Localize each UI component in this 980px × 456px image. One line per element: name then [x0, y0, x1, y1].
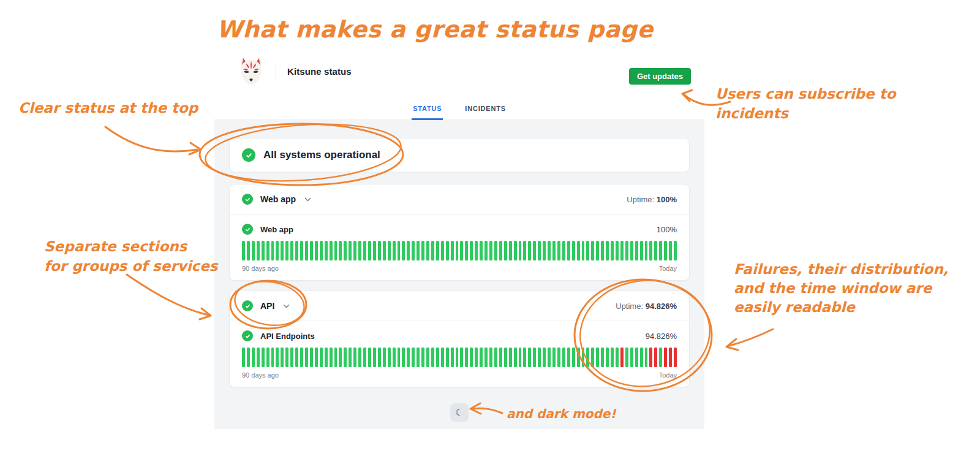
uptime-bar-up	[480, 348, 483, 367]
uptime-bar-up	[334, 241, 337, 260]
uptime-bar-up	[509, 241, 512, 260]
arrow-to-api-group	[127, 275, 208, 315]
uptime-bar-up	[431, 348, 434, 367]
uptime-bar-up	[378, 348, 381, 367]
uptime-bar-up	[596, 241, 599, 260]
uptime-bar-up	[674, 241, 677, 260]
uptime-bar-up	[577, 241, 580, 260]
uptime-bar-up	[552, 241, 556, 260]
tab-status[interactable]: STATUS	[412, 105, 443, 120]
note-line: for groups of services	[44, 256, 218, 276]
note-line: Separate sections	[44, 237, 218, 256]
dark-mode-toggle[interactable]: ☾	[450, 403, 469, 422]
uptime-bar-up	[451, 348, 454, 367]
uptime-bar-up	[300, 348, 303, 367]
uptime-bar-up	[586, 348, 589, 367]
uptime-bar-up	[353, 348, 356, 367]
uptime-bar-up	[290, 348, 293, 367]
uptime-bar-up	[606, 348, 609, 367]
uptime-bar-up	[262, 241, 265, 260]
uptime-bar-up	[456, 348, 459, 367]
uptime-bar-up	[489, 241, 492, 260]
uptime-bar-up	[528, 348, 531, 367]
uptime-bar-up	[271, 348, 274, 367]
uptime-bar-up	[344, 241, 347, 260]
chevron-down-icon[interactable]	[304, 197, 311, 202]
uptime-bar-up	[538, 241, 541, 260]
uptime-bar-up	[295, 241, 298, 260]
uptime-bar-up	[388, 241, 391, 260]
uptime-bar-up	[417, 348, 420, 367]
uptime-bar-down	[620, 348, 624, 367]
uptime-bar-up	[310, 348, 313, 367]
uptime-bar-up	[470, 241, 473, 260]
uptime-bar-up	[257, 348, 260, 367]
uptime-bar-up	[509, 348, 512, 367]
uptime-bar-down	[654, 348, 657, 367]
uptime-bar-up	[363, 348, 366, 367]
uptime-bar-up	[383, 241, 386, 260]
uptime-bar-up	[635, 348, 638, 367]
uptime-bar-up	[470, 348, 473, 367]
uptime-bar-up	[368, 241, 371, 260]
uptime-bar-up	[591, 348, 594, 367]
note-line: incidents	[715, 104, 896, 123]
uptime-bar-up	[320, 241, 323, 260]
get-updates-button[interactable]: Get updates	[629, 68, 691, 85]
note-line: Failures, their distribution,	[734, 260, 949, 279]
uptime-bar-up	[533, 241, 536, 260]
uptime-bar-up	[330, 348, 333, 367]
kitsune-fox-mask-icon	[238, 56, 265, 86]
uptime-bar-up	[398, 348, 401, 367]
uptime-bar-up	[349, 348, 352, 367]
uptime-bar-up	[285, 241, 288, 260]
uptime-bar-up	[659, 348, 662, 367]
uptime-bar-up	[514, 348, 517, 367]
uptime-bar-up	[436, 348, 439, 367]
uptime-bar-up	[441, 241, 444, 260]
group-uptime: Uptime: 94.826%	[616, 302, 677, 311]
uptime-bar-up	[611, 348, 614, 367]
uptime-bar-up	[315, 348, 318, 367]
uptime-bar-up	[630, 241, 633, 260]
uptime-bar-up	[519, 348, 522, 367]
service-group-api: API Uptime: 94.826% API Endpoints 94.826…	[229, 291, 690, 387]
uptime-bar-down	[669, 348, 672, 367]
group-uptime: Uptime: 100%	[627, 195, 677, 204]
note-separate-sections: Separate sections for groups of services	[44, 237, 218, 276]
uptime-bar-up	[659, 241, 662, 260]
service-web-app: Web app 100% 90 days ago Today	[230, 215, 689, 280]
window-start-label: 90 days ago	[242, 265, 279, 272]
uptime-bar-up	[654, 241, 657, 260]
arrow-to-failure-circle	[728, 329, 773, 346]
uptime-bar-up	[276, 241, 279, 260]
uptime-bar-up	[417, 241, 420, 260]
service-api-endpoints: API Endpoints 94.826% 90 days ago Today	[230, 321, 689, 387]
service-uptime: 94.826%	[646, 332, 677, 341]
uptime-bar-up	[640, 348, 643, 367]
uptime-bar-up	[281, 348, 284, 367]
group-header-web-app[interactable]: Web app Uptime: 100%	[230, 184, 689, 215]
tab-incidents[interactable]: INCIDENTS	[464, 105, 507, 120]
uptime-bar-up	[475, 348, 478, 367]
uptime-bar-up	[664, 241, 667, 260]
uptime-bar-up	[412, 241, 415, 260]
service-status-check-icon	[242, 224, 253, 235]
uptime-bar-up	[562, 241, 565, 260]
uptime-bar-up	[398, 241, 401, 260]
uptime-bar-up	[242, 348, 245, 367]
uptime-bar-up	[446, 348, 449, 367]
uptime-bar-up	[262, 348, 265, 367]
note-line: easily readable	[734, 298, 949, 317]
group-header-api[interactable]: API Uptime: 94.826%	[230, 291, 689, 321]
uptime-bar-up	[596, 348, 599, 367]
uptime-bar-up	[514, 241, 517, 260]
chevron-down-icon[interactable]	[283, 304, 290, 308]
brand-name: Kitsune status	[287, 66, 352, 77]
uptime-bar-up	[567, 241, 570, 260]
uptime-bar-up	[538, 348, 541, 367]
uptime-bar-up	[271, 241, 274, 260]
uptime-bar-up	[567, 348, 570, 367]
uptime-bar-up	[388, 348, 391, 367]
uptime-bar-up	[436, 241, 439, 260]
